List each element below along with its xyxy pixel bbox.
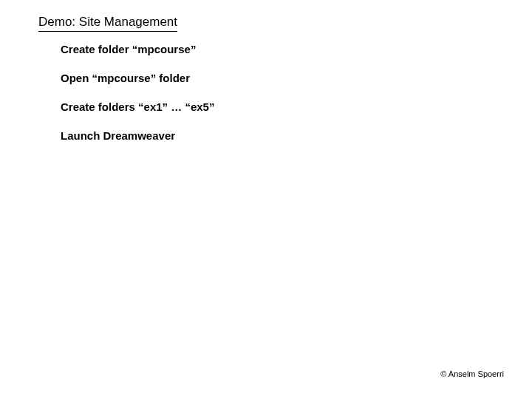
list-item: Open “mpcourse” folder [61,72,214,84]
list-item: Create folder “mpcourse” [61,43,214,55]
bullet-list: Create folder “mpcourse” Open “mpcourse”… [61,43,214,158]
copyright-notice: © Anselm Spoerri [440,369,504,378]
slide-title: Demo: Site Management [38,15,177,32]
list-item: Create folders “ex1” … “ex5” [61,100,214,113]
list-item: Launch Dreamweaver [61,129,214,142]
